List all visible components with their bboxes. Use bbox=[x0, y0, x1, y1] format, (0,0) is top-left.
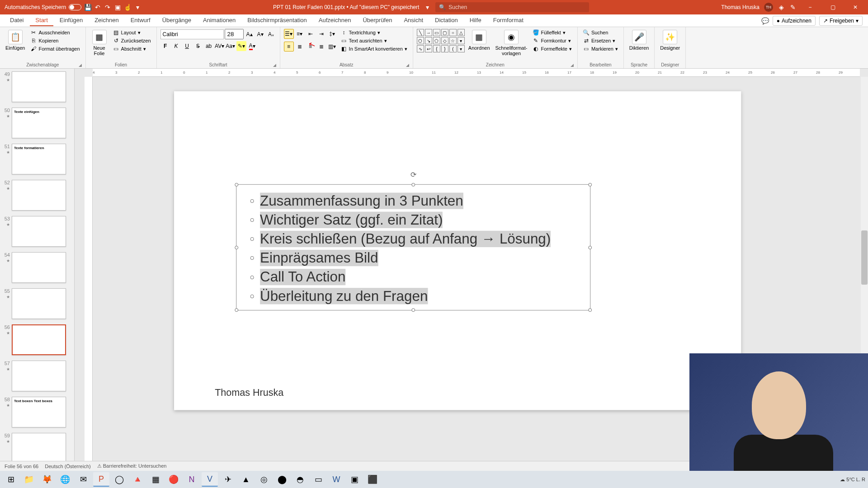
slide-thumbnail[interactable] bbox=[12, 324, 66, 355]
tab-formformat[interactable]: Formformat bbox=[488, 15, 529, 26]
firefox-icon[interactable]: 🦊 bbox=[39, 472, 55, 487]
accessibility-status[interactable]: ⚠ Barrierefreiheit: Untersuchen bbox=[97, 463, 167, 469]
find-button[interactable]: 🔍Suchen bbox=[581, 29, 620, 36]
outdent-button[interactable]: ⇤ bbox=[306, 29, 316, 39]
case-button[interactable]: Aa▾ bbox=[226, 41, 236, 51]
tab-entwurf[interactable]: Entwurf bbox=[125, 15, 156, 26]
copy-button[interactable]: ⎘Kopieren bbox=[28, 37, 81, 44]
app-icon[interactable]: ▲ bbox=[238, 472, 254, 487]
start-button[interactable]: ⊞ bbox=[3, 472, 19, 487]
slide-thumbnail[interactable] bbox=[12, 180, 66, 211]
chrome-icon[interactable]: 🌐 bbox=[57, 472, 73, 487]
slide-thumbnail[interactable]: Text boxen Text boxes bbox=[12, 397, 66, 427]
resize-handle[interactable] bbox=[411, 308, 415, 312]
onenote-icon[interactable]: N bbox=[184, 472, 200, 487]
align-text-button[interactable]: ▭Text ausrichten ▾ bbox=[339, 37, 409, 44]
bullet-item[interactable]: Call To Action bbox=[250, 269, 577, 285]
tab-zeichnen[interactable]: Zeichnen bbox=[89, 15, 124, 26]
outline-button[interactable]: ✎Formkontur ▾ bbox=[531, 37, 574, 44]
maximize-button[interactable]: ▢ bbox=[824, 1, 842, 14]
close-button[interactable]: ✕ bbox=[846, 1, 864, 14]
tab-ueberpruefen[interactable]: Überprüfen bbox=[357, 15, 397, 26]
resize-handle[interactable] bbox=[588, 308, 592, 312]
new-slide-button[interactable]: ▦Neue Folie bbox=[90, 29, 109, 57]
comments-icon[interactable]: 💬 bbox=[762, 17, 769, 24]
app-icon[interactable]: ◓ bbox=[292, 472, 308, 487]
font-name-combo[interactable] bbox=[160, 29, 224, 39]
app-icon[interactable]: ▭ bbox=[310, 472, 326, 487]
user-avatar[interactable]: TH bbox=[764, 3, 773, 12]
redo-icon[interactable]: ↷ bbox=[104, 4, 111, 11]
diamond-icon[interactable]: ◈ bbox=[778, 4, 785, 11]
resize-handle[interactable] bbox=[588, 183, 592, 187]
format-painter-button[interactable]: 🖌Format übertragen bbox=[28, 45, 81, 52]
vlc-icon[interactable]: 🔺 bbox=[129, 472, 146, 487]
shapes-gallery[interactable]: ╲→▭▢○△ ⬡↘⬠◇☆▾ ∿↩{}(▾ bbox=[417, 29, 465, 52]
undo-icon[interactable]: ↶ bbox=[94, 4, 101, 11]
powerpoint-icon[interactable]: P bbox=[93, 472, 109, 487]
resize-handle[interactable] bbox=[235, 308, 238, 312]
slide-thumbnail-panel[interactable]: 49★50★Texte einfügen51★Texte formatieren… bbox=[0, 69, 75, 477]
tab-ansicht[interactable]: Ansicht bbox=[398, 15, 429, 26]
save-icon[interactable]: 💾 bbox=[84, 4, 91, 11]
app-icon[interactable]: ▣ bbox=[346, 472, 363, 487]
bullets-button[interactable]: ☰▾ bbox=[284, 29, 294, 39]
tab-aufzeichnen[interactable]: Aufzeichnen bbox=[313, 15, 357, 26]
columns-button[interactable]: ▥▾ bbox=[327, 42, 337, 52]
layout-button[interactable]: ▤Layout ▾ bbox=[111, 29, 153, 36]
search-box[interactable]: 🔍 bbox=[435, 2, 589, 12]
autosave-toggle[interactable]: Automatisches Speichern bbox=[5, 4, 81, 10]
tab-animationen[interactable]: Animationen bbox=[198, 15, 241, 26]
section-button[interactable]: ▭Abschnitt ▾ bbox=[111, 45, 153, 52]
content-textbox[interactable]: ⟳ Zusammenfassung in 3 PunktenWichtiger … bbox=[236, 184, 590, 310]
font-size-combo[interactable] bbox=[225, 29, 244, 39]
select-button[interactable]: ▭Markieren ▾ bbox=[581, 45, 620, 52]
shadow-button[interactable]: ab bbox=[204, 41, 214, 51]
record-button[interactable]: ● Aufzeichnen bbox=[773, 16, 816, 26]
slide-canvas[interactable]: ⟳ Zusammenfassung in 3 PunktenWichtiger … bbox=[174, 91, 741, 410]
app-icon[interactable]: ⬤ bbox=[274, 472, 290, 487]
smartart-button[interactable]: ◧In SmartArt konvertieren ▾ bbox=[339, 45, 409, 52]
tab-hilfe[interactable]: Hilfe bbox=[464, 15, 487, 26]
tab-einfuegen[interactable]: Einfügen bbox=[54, 15, 88, 26]
bullet-item[interactable]: Überleitung zu den Fragen bbox=[250, 288, 577, 304]
slide-thumbnail[interactable] bbox=[12, 288, 66, 319]
draw-launcher[interactable]: ◢ bbox=[571, 63, 574, 67]
arrange-button[interactable]: ▦Anordnen bbox=[467, 29, 492, 52]
qat-more-icon[interactable]: ▾ bbox=[134, 4, 141, 11]
text-direction-button[interactable]: ↕Textrichtung ▾ bbox=[339, 29, 409, 36]
slide-thumbnail[interactable]: Texte einfügen bbox=[12, 108, 66, 138]
weather-widget[interactable]: ☁ 5°C L. R bbox=[840, 477, 865, 483]
present-icon[interactable]: ▣ bbox=[114, 4, 121, 11]
indent-button[interactable]: ⇥ bbox=[316, 29, 326, 39]
fill-button[interactable]: 🪣Fülleffekt ▾ bbox=[531, 29, 574, 36]
highlight-button[interactable]: ✎▾ bbox=[236, 41, 246, 51]
resize-handle[interactable] bbox=[235, 246, 238, 249]
app-icon[interactable]: ◎ bbox=[256, 472, 272, 487]
clear-format-button[interactable]: Aₓ bbox=[266, 29, 276, 39]
replace-button[interactable]: ⇄Ersetzen ▾ bbox=[581, 37, 620, 44]
font-color-button[interactable]: A▾ bbox=[247, 41, 257, 51]
dictate-button[interactable]: 🎤Diktieren bbox=[627, 29, 651, 52]
tab-start[interactable]: Start bbox=[30, 15, 53, 26]
align-center-button[interactable]: ≣ bbox=[295, 42, 305, 52]
pen-icon[interactable]: ✎ bbox=[789, 4, 797, 11]
align-left-button[interactable]: ≡ bbox=[284, 42, 294, 52]
slide-counter[interactable]: Folie 56 von 66 bbox=[5, 464, 38, 469]
app-icon[interactable]: 🔴 bbox=[165, 472, 182, 487]
numbering-button[interactable]: ≡▾ bbox=[295, 29, 305, 39]
italic-button[interactable]: K bbox=[171, 41, 181, 51]
tab-uebergaenge[interactable]: Übergänge bbox=[157, 15, 197, 26]
language-status[interactable]: Deutsch (Österreich) bbox=[45, 464, 90, 469]
slide-thumbnail[interactable] bbox=[12, 216, 66, 247]
spacing-button[interactable]: AV▾ bbox=[215, 41, 225, 51]
word-icon[interactable]: W bbox=[328, 472, 344, 487]
touch-icon[interactable]: ☝ bbox=[124, 4, 131, 11]
tab-bildschirm[interactable]: Bildschirmpräsentation bbox=[242, 15, 312, 26]
resize-handle[interactable] bbox=[235, 183, 238, 187]
designer-button[interactable]: ✨Designer bbox=[658, 29, 682, 52]
app-icon[interactable]: ▦ bbox=[147, 472, 164, 487]
search-input[interactable] bbox=[448, 4, 585, 10]
strike-button[interactable]: S̶ bbox=[193, 41, 203, 51]
clipboard-launcher[interactable]: ◢ bbox=[79, 63, 82, 67]
